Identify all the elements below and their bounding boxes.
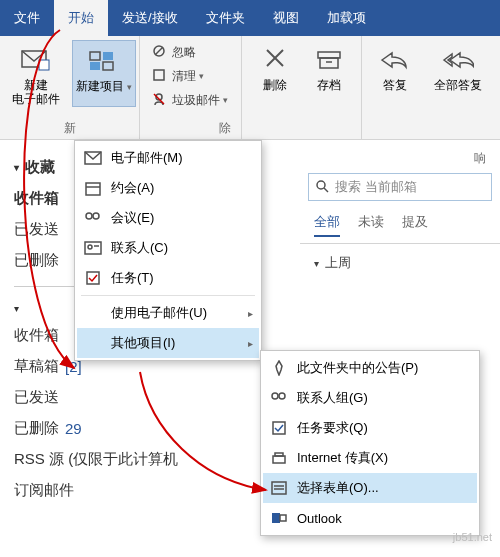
junk-icon (152, 92, 168, 108)
svg-rect-3 (103, 52, 113, 60)
calendar-icon (83, 178, 103, 198)
submenu-post[interactable]: 此文件夹中的公告(P) (263, 353, 477, 383)
filter-mention[interactable]: 提及 (402, 213, 428, 237)
svg-point-21 (86, 213, 92, 219)
group-label-new: 新 (0, 120, 139, 137)
nav-subscriptions[interactable]: 订阅邮件 (14, 475, 240, 506)
menu-task[interactable]: 任务(T) (77, 263, 259, 293)
svg-rect-19 (86, 183, 100, 195)
svg-point-28 (279, 393, 285, 399)
svg-point-24 (88, 245, 92, 249)
filter-unread[interactable]: 未读 (358, 213, 384, 237)
filter-all[interactable]: 全部 (314, 213, 340, 237)
svg-rect-30 (273, 456, 285, 463)
svg-line-7 (155, 47, 163, 55)
triangle-down-icon: ▾ (314, 258, 319, 269)
menu-more-items[interactable]: 其他项目(I) ▸ (77, 328, 259, 358)
nav-deleted-2[interactable]: 已删除29 (14, 413, 240, 444)
form-icon (269, 478, 289, 498)
submenu-internet-fax[interactable]: Internet 传真(X) (263, 443, 477, 473)
task-request-icon (269, 418, 289, 438)
tab-home[interactable]: 开始 (54, 0, 108, 36)
submenu-contact-group[interactable]: 联系人组(G) (263, 383, 477, 413)
new-email-button[interactable]: 新建 电子邮件 (4, 40, 68, 107)
submenu-outlook[interactable]: Outlook (263, 503, 477, 533)
fax-icon (269, 448, 289, 468)
chevron-down-icon: ▾ (127, 82, 132, 92)
svg-rect-4 (90, 62, 100, 70)
new-items-button[interactable]: 新建项目▾ (72, 40, 136, 107)
svg-rect-26 (87, 272, 99, 284)
new-items-icon (88, 45, 120, 77)
more-items-submenu: 此文件夹中的公告(P) 联系人组(G) 任务要求(Q) Internet 传真(… (260, 350, 480, 536)
archive-icon (313, 44, 345, 76)
svg-line-17 (324, 188, 328, 192)
ribbon: 新建 电子邮件 新建项目▾ 新 忽略 清理▾ 垃圾邮件▾ 除 (0, 36, 500, 140)
task-icon (83, 268, 103, 288)
watermark: jb51.net (453, 531, 492, 543)
svg-rect-13 (318, 52, 340, 58)
group-last-week[interactable]: ▾上周 (300, 244, 500, 272)
svg-rect-29 (273, 422, 285, 434)
chevron-right-icon: ▸ (248, 308, 253, 319)
reply-button[interactable]: 答复 (368, 40, 422, 92)
delete-button[interactable]: 删除 (248, 40, 302, 92)
tab-view[interactable]: 视图 (259, 0, 313, 36)
svg-rect-14 (320, 58, 338, 68)
ignore-button[interactable]: 忽略 (148, 40, 200, 64)
menu-email[interactable]: 电子邮件(M) (77, 143, 259, 173)
envelope-icon (20, 44, 52, 76)
svg-rect-2 (90, 52, 100, 60)
svg-rect-35 (272, 513, 280, 523)
svg-point-16 (317, 181, 325, 189)
svg-rect-23 (85, 242, 101, 254)
ignore-icon (152, 44, 168, 60)
search-input[interactable]: 搜索 当前邮箱 (308, 173, 492, 201)
meeting-icon (83, 208, 103, 228)
svg-rect-36 (280, 515, 286, 521)
people-icon (269, 388, 289, 408)
cleanup-icon (152, 68, 168, 84)
menu-use-email[interactable]: 使用电子邮件(U) ▸ (77, 298, 259, 328)
submenu-task-request[interactable]: 任务要求(Q) (263, 413, 477, 443)
reply-icon (379, 44, 411, 76)
chevron-right-icon: ▸ (248, 338, 253, 349)
menu-appointment[interactable]: 约会(A) (77, 173, 259, 203)
junk-button[interactable]: 垃圾邮件▾ (148, 88, 232, 112)
pin-icon (269, 358, 289, 378)
menu-contact[interactable]: 联系人(C) (77, 233, 259, 263)
svg-rect-32 (272, 482, 286, 494)
svg-rect-8 (154, 70, 164, 80)
delete-icon (259, 44, 291, 76)
outlook-icon (269, 508, 289, 528)
reply-all-icon (442, 44, 474, 76)
tab-folder[interactable]: 文件夹 (192, 0, 259, 36)
submenu-choose-form[interactable]: 选择表单(O)... (263, 473, 477, 503)
group-label-respond: 响 (300, 150, 500, 173)
svg-rect-1 (39, 60, 49, 70)
chevron-down-icon: ▾ (14, 303, 19, 314)
new-items-menu: 电子邮件(M) 约会(A) 会议(E) 联系人(C) 任务(T) 使用电子邮件(… (74, 140, 262, 361)
svg-rect-31 (275, 453, 283, 456)
group-label-del: 除 (140, 120, 241, 137)
nav-rss[interactable]: RSS 源 (仅限于此计算机 (14, 444, 240, 475)
reply-all-button[interactable]: 全部答复 (422, 40, 494, 92)
tab-file[interactable]: 文件 (0, 0, 54, 36)
svg-rect-5 (103, 62, 113, 70)
envelope-icon (83, 148, 103, 168)
archive-button[interactable]: 存档 (302, 40, 356, 92)
chevron-down-icon: ▾ (223, 95, 228, 105)
menu-separator (81, 295, 255, 296)
search-icon (315, 179, 329, 196)
tab-addins[interactable]: 加载项 (313, 0, 380, 36)
contact-card-icon (83, 238, 103, 258)
svg-point-27 (272, 393, 278, 399)
cleanup-button[interactable]: 清理▾ (148, 64, 208, 88)
svg-point-22 (93, 213, 99, 219)
tab-send-receive[interactable]: 发送/接收 (108, 0, 192, 36)
chevron-down-icon: ▾ (14, 162, 19, 173)
chevron-down-icon: ▾ (199, 71, 204, 81)
nav-sent-2[interactable]: 已发送 (14, 382, 240, 413)
message-list-pane: 响 搜索 当前邮箱 全部 未读 提及 ▾上周 (300, 150, 500, 272)
menu-meeting[interactable]: 会议(E) (77, 203, 259, 233)
